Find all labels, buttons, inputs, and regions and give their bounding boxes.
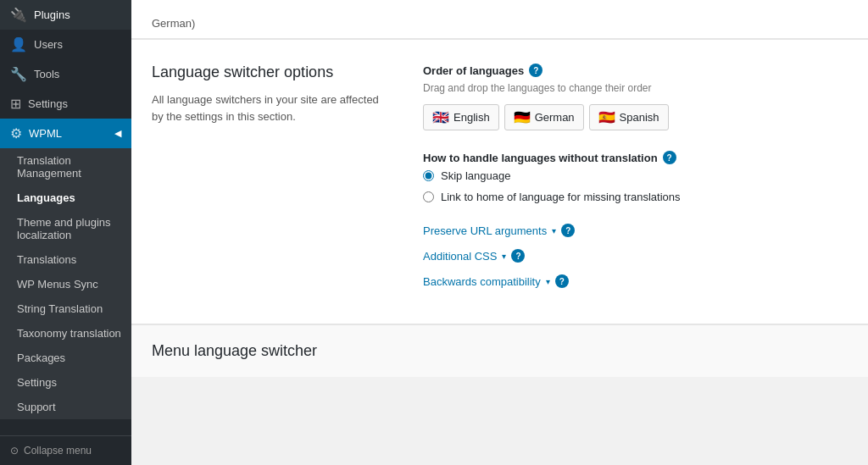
sidebar-item-translation-management[interactable]: Translation Management — [0, 148, 131, 185]
settings-icon: ⊞ — [10, 96, 21, 112]
radio-skip-language[interactable]: Skip language — [423, 169, 848, 182]
sidebar-item-label: Settings — [28, 97, 68, 110]
sidebar-item-settings[interactable]: ⊞ Settings — [0, 89, 131, 119]
additional-css-help-icon[interactable]: ? — [511, 249, 525, 263]
sidebar-item-tools[interactable]: 🔧 Tools — [0, 59, 131, 89]
sidebar-item-taxonomy-translation[interactable]: Taxonomy translation — [0, 321, 131, 346]
preserve-url-link[interactable]: Preserve URL arguments ▾ ? — [423, 224, 848, 237]
order-label: Order of languages ? — [423, 64, 848, 77]
german-label: German — [535, 111, 575, 124]
handle-label: How to handle languages without translat… — [423, 151, 848, 164]
sidebar-item-label: Tools — [34, 68, 59, 80]
submenu-label: Translation Management — [17, 154, 81, 180]
sidebar: 🔌 Plugins 👤 Users 🔧 Tools ⊞ Settings ⚙ W… — [0, 0, 131, 465]
top-text: German) — [152, 17, 195, 30]
users-icon: 👤 — [10, 36, 27, 53]
collapse-icon: ⊙ — [10, 445, 19, 457]
sidebar-item-settings-submenu[interactable]: Settings — [0, 370, 131, 395]
sidebar-item-string-translation[interactable]: String Translation — [0, 296, 131, 321]
language-switcher-section: Language switcher options All language s… — [131, 39, 868, 324]
order-help-icon[interactable]: ? — [529, 64, 542, 77]
submenu-label: Settings — [17, 376, 57, 389]
german-flag: 🇩🇪 — [514, 109, 531, 125]
submenu-label: WP Menus Sync — [17, 278, 98, 291]
content-top: German) — [131, 0, 868, 39]
lang-btn-english[interactable]: 🇬🇧 English — [423, 104, 499, 130]
backwards-compat-arrow: ▾ — [546, 277, 550, 286]
language-buttons: 🇬🇧 English 🇩🇪 German 🇪🇸 Spanish — [423, 104, 848, 130]
english-label: English — [453, 111, 490, 124]
collapse-label: Collapse menu — [24, 445, 92, 457]
submenu-label: Taxonomy translation — [17, 327, 121, 340]
sidebar-collapse-button[interactable]: ⊙ Collapse menu — [0, 435, 131, 465]
sidebar-item-users[interactable]: 👤 Users — [0, 30, 131, 59]
submenu-label: Theme and plugins localization — [17, 216, 111, 241]
main-content: German) Language switcher options All la… — [131, 0, 868, 465]
menu-language-switcher-title: Menu language switcher — [152, 342, 848, 360]
sidebar-item-plugins[interactable]: 🔌 Plugins — [0, 0, 131, 30]
radio-group: Skip language Link to home of language f… — [423, 169, 848, 203]
radio-skip-input[interactable] — [423, 170, 434, 181]
radio-link-label: Link to home of language for missing tra… — [441, 191, 681, 203]
additional-css-arrow: ▾ — [502, 252, 506, 261]
spanish-label: Spanish — [620, 111, 659, 124]
section-title: Language switcher options — [152, 64, 389, 81]
handle-help-icon[interactable]: ? — [663, 151, 676, 164]
sidebar-item-theme-plugins[interactable]: Theme and plugins localization — [0, 210, 131, 247]
wpml-icon: ⚙ — [10, 125, 22, 141]
backwards-compat-label: Backwards compatibility — [423, 275, 541, 288]
tools-icon: 🔧 — [10, 66, 27, 82]
sidebar-item-wp-menus-sync[interactable]: WP Menus Sync — [0, 272, 131, 296]
lang-btn-spanish[interactable]: 🇪🇸 Spanish — [589, 104, 669, 130]
submenu-label: String Translation — [17, 302, 103, 315]
menu-language-switcher-section: Menu language switcher — [131, 324, 868, 377]
radio-link-home[interactable]: Link to home of language for missing tra… — [423, 191, 848, 203]
section-left: Language switcher options All language s… — [152, 64, 389, 300]
submenu-label: Support — [17, 401, 56, 413]
spanish-flag: 🇪🇸 — [598, 109, 615, 125]
additional-css-link[interactable]: Additional CSS ▾ ? — [423, 249, 848, 263]
section-desc: All language switchers in your site are … — [152, 91, 389, 125]
handle-languages-field: How to handle languages without translat… — [423, 151, 848, 203]
sidebar-item-label: Users — [34, 38, 63, 51]
sidebar-item-support[interactable]: Support — [0, 395, 131, 419]
sidebar-item-translations[interactable]: Translations — [0, 247, 131, 272]
sidebar-item-packages[interactable]: Packages — [0, 346, 131, 370]
submenu-label: Translations — [17, 253, 76, 266]
preserve-url-label: Preserve URL arguments — [423, 224, 547, 237]
radio-skip-label: Skip language — [441, 169, 510, 182]
english-flag: 🇬🇧 — [432, 109, 449, 125]
wpml-arrow-icon: ◀ — [114, 128, 121, 139]
plugins-icon: 🔌 — [10, 7, 27, 23]
lang-btn-german[interactable]: 🇩🇪 German — [504, 104, 584, 130]
additional-css-label: Additional CSS — [423, 250, 497, 263]
submenu-label: Packages — [17, 352, 65, 364]
sidebar-item-wpml[interactable]: ⚙ WPML ◀ — [0, 119, 131, 148]
order-languages-field: Order of languages ? Drag and drop the l… — [423, 64, 848, 130]
sidebar-item-label: Plugins — [34, 8, 70, 21]
sidebar-submenu: Translation Management Languages Theme a… — [0, 148, 131, 419]
radio-link-input[interactable] — [423, 191, 434, 202]
preserve-url-arrow: ▾ — [552, 226, 556, 235]
sidebar-item-languages[interactable]: Languages — [0, 185, 131, 210]
backwards-compat-help-icon[interactable]: ? — [555, 274, 569, 288]
backwards-compatibility-link[interactable]: Backwards compatibility ▾ ? — [423, 274, 848, 288]
submenu-label: Languages — [17, 191, 75, 204]
preserve-url-help-icon[interactable]: ? — [561, 224, 575, 237]
wpml-label: WPML — [29, 127, 62, 140]
section-right: Order of languages ? Drag and drop the l… — [423, 64, 848, 300]
order-desc: Drag and drop the languages to change th… — [423, 82, 848, 94]
